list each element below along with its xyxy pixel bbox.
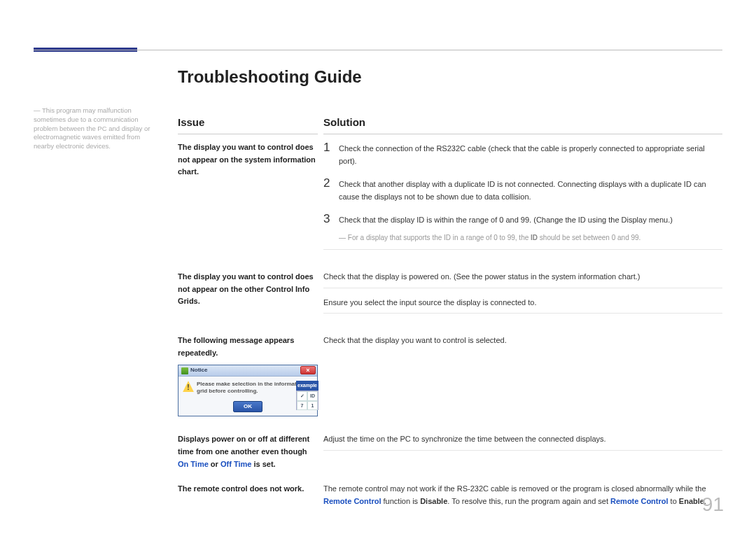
- grid-cell: ID: [307, 391, 318, 400]
- solution-text: Check that the display you want to contr…: [323, 335, 722, 347]
- list-item: 2 Check that another display with a dupl…: [323, 177, 722, 203]
- column-header-solution: Solution: [323, 116, 722, 134]
- table-row: The remote control does not work. The re…: [178, 483, 722, 507]
- close-icon[interactable]: ×: [300, 366, 316, 374]
- off-time-link: Off Time: [220, 460, 251, 468]
- solution-cell: Adjust the time on the PC to synchronize…: [323, 433, 722, 470]
- solution-text: Ensure you select the input source the d…: [323, 297, 722, 309]
- table-row: The display you want to control does not…: [178, 271, 722, 322]
- notice-dialog: Notice × Please make selection in the in…: [178, 365, 318, 416]
- dialog-title: Notice: [190, 366, 207, 375]
- grid-cell: ✓: [297, 391, 307, 400]
- divider: [323, 249, 722, 250]
- divider: [323, 450, 722, 451]
- footnote-bold: ID: [531, 234, 538, 241]
- remote-control-link: Remote Control: [610, 497, 668, 505]
- solution-cell: Check that the display you want to contr…: [323, 335, 722, 421]
- solution-cell: Check that the display is powered on. (S…: [323, 271, 722, 322]
- text: function is: [382, 497, 421, 505]
- issue-text: The display you want to control does not…: [178, 141, 318, 258]
- solution-text: The remote control may not work if the R…: [323, 483, 722, 507]
- table-row: Displays power on or off at different ti…: [178, 433, 722, 470]
- page-number: 91: [702, 493, 724, 516]
- text: Displays power on or off at different ti…: [178, 435, 309, 456]
- column-header-issue: Issue: [178, 116, 318, 134]
- sidebar-note: This program may malfunction sometimes d…: [34, 106, 153, 151]
- step-number: 3: [323, 213, 339, 227]
- bold-text: Enable: [679, 497, 704, 505]
- text: to: [668, 497, 679, 505]
- main-content: Troubleshooting Guide Issue Solution The…: [178, 67, 722, 520]
- footnote-text: For a display that supports the ID in a …: [348, 234, 531, 241]
- step-text: Check that the display ID is within the …: [339, 213, 722, 227]
- step-number: 2: [323, 177, 339, 203]
- step-text: Check the connection of the RS232C cable…: [339, 141, 722, 167]
- example-grid: ✓ ID 7 1: [296, 391, 318, 410]
- issue-text: Displays power on or off at different ti…: [178, 433, 318, 470]
- on-time-link: On Time: [178, 460, 209, 468]
- issue-text: The display you want to control does not…: [178, 271, 318, 322]
- text: . To resolve this, run the program again…: [447, 497, 610, 505]
- grid-cell: 1: [307, 401, 318, 410]
- text: or: [209, 460, 220, 468]
- text: is set.: [251, 460, 275, 468]
- warning-icon: [183, 381, 194, 392]
- ok-button[interactable]: OK: [233, 401, 262, 413]
- table-header-row: Issue Solution: [178, 116, 722, 141]
- solution-text: Check that the display is powered on. (S…: [323, 271, 722, 283]
- issue-cell: The following message appears repeatedly…: [178, 335, 318, 421]
- footnote: For a display that supports the ID in a …: [339, 232, 722, 244]
- example-badge: example: [296, 381, 318, 390]
- dialog-titlebar: Notice ×: [178, 365, 317, 377]
- divider: [323, 313, 722, 314]
- header-rule: [34, 50, 722, 50]
- solution-cell: 1 Check the connection of the RS232C cab…: [323, 141, 722, 258]
- remote-control-link: Remote Control: [323, 497, 382, 505]
- list-item: 3 Check that the display ID is within th…: [323, 213, 722, 227]
- issue-text: The following message appears repeatedly…: [178, 336, 294, 357]
- bold-text: Disable: [420, 497, 447, 505]
- table-row: The following message appears repeatedly…: [178, 335, 722, 421]
- step-number: 1: [323, 141, 339, 167]
- app-icon: [181, 367, 188, 374]
- step-text: Check that another display with a duplic…: [339, 177, 722, 203]
- page-title: Troubleshooting Guide: [178, 67, 722, 87]
- solution-text: Adjust the time on the PC to synchronize…: [323, 433, 722, 446]
- footnote-text: should be set between 0 and 99.: [538, 234, 640, 241]
- text: The remote control may not work if the R…: [323, 484, 706, 493]
- divider: [323, 288, 722, 288]
- table-row: The display you want to control does not…: [178, 141, 722, 258]
- grid-cell: 7: [297, 401, 307, 410]
- issue-text: The remote control does not work.: [178, 483, 318, 507]
- list-item: 1 Check the connection of the RS232C cab…: [323, 141, 722, 167]
